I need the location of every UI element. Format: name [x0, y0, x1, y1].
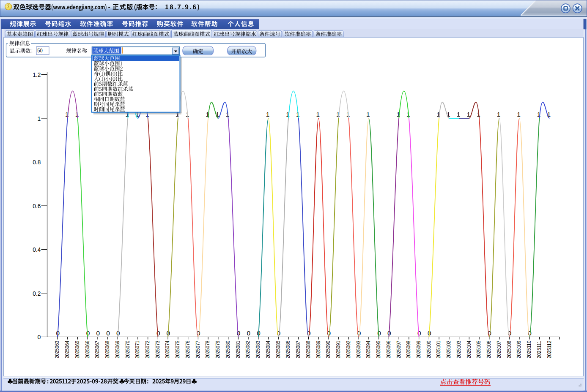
- svg-text:2025110: 2025110: [526, 341, 532, 359]
- svg-text:0.8: 0.8: [33, 159, 41, 166]
- svg-text:2025070: 2025070: [124, 341, 131, 359]
- svg-text:2025111: 2025111: [536, 341, 542, 359]
- svg-text:2025075: 2025075: [174, 341, 181, 359]
- svg-text:2025092: 2025092: [345, 341, 351, 359]
- svg-text:2025097: 2025097: [395, 341, 402, 359]
- svg-text:1: 1: [467, 111, 471, 118]
- svg-text:2025083: 2025083: [255, 341, 261, 359]
- svg-text:2025074: 2025074: [164, 340, 170, 358]
- svg-text:2025093: 2025093: [355, 341, 362, 359]
- svg-text:2025086: 2025086: [285, 341, 291, 359]
- svg-text:2025109: 2025109: [516, 341, 522, 359]
- svg-text:2025091: 2025091: [335, 341, 341, 359]
- svg-text:2025076: 2025076: [184, 341, 191, 359]
- svg-text:0: 0: [237, 329, 241, 337]
- svg-text:2025065: 2025065: [74, 341, 80, 359]
- svg-text:0: 0: [106, 329, 110, 337]
- svg-text:0.4: 0.4: [33, 246, 41, 253]
- svg-text:0: 0: [38, 334, 41, 340]
- svg-text:2025105: 2025105: [475, 341, 482, 359]
- svg-text:0: 0: [156, 329, 160, 337]
- svg-text:2025079: 2025079: [214, 341, 221, 359]
- svg-text:50: 50: [37, 47, 43, 54]
- svg-text:2025087: 2025087: [295, 341, 301, 359]
- svg-text:2025096: 2025096: [385, 341, 392, 359]
- svg-text:2025068: 2025068: [104, 341, 110, 359]
- svg-text:2025090: 2025090: [325, 341, 331, 359]
- svg-text:2025082: 2025082: [244, 341, 251, 359]
- svg-text:1: 1: [457, 111, 461, 118]
- svg-text:2025088: 2025088: [305, 341, 311, 359]
- svg-text:2025077: 2025077: [195, 341, 201, 359]
- svg-text:1.2: 1.2: [33, 71, 41, 78]
- svg-text:2025073: 2025073: [154, 341, 161, 359]
- svg-text:2025106: 2025106: [486, 341, 492, 359]
- svg-text:0.2: 0.2: [33, 290, 41, 297]
- svg-text:2025071: 2025071: [134, 341, 140, 359]
- svg-text:1: 1: [517, 111, 521, 118]
- svg-text:2025064: 2025064: [64, 340, 70, 358]
- svg-text:2025094: 2025094: [365, 340, 371, 358]
- svg-text:2025100: 2025100: [425, 341, 432, 359]
- svg-text:2025069: 2025069: [114, 341, 121, 359]
- svg-text:0.6: 0.6: [33, 203, 41, 210]
- svg-text:2025078: 2025078: [204, 341, 211, 359]
- svg-text:1: 1: [316, 111, 320, 118]
- svg-text:1: 1: [38, 115, 41, 122]
- svg-text:2025103: 2025103: [455, 341, 462, 359]
- svg-text:2025098: 2025098: [405, 341, 411, 359]
- svg-text:2025099: 2025099: [415, 341, 422, 359]
- svg-text:2025089: 2025089: [315, 341, 321, 359]
- svg-text:2025112: 2025112: [546, 341, 552, 359]
- svg-text:2025102: 2025102: [445, 341, 452, 359]
- svg-text:1: 1: [497, 111, 501, 118]
- svg-text:2025084: 2025084: [265, 340, 271, 358]
- svg-text:2025095: 2025095: [375, 341, 381, 359]
- svg-text:2025063: 2025063: [54, 341, 60, 359]
- svg-text:2025085: 2025085: [275, 341, 281, 359]
- svg-text:0: 0: [96, 329, 100, 337]
- svg-text:2025108: 2025108: [506, 341, 512, 359]
- svg-text:2025067: 2025067: [94, 341, 100, 359]
- svg-text:0: 0: [417, 329, 421, 337]
- svg-text:2025107: 2025107: [496, 341, 502, 359]
- svg-text:2025072: 2025072: [144, 341, 151, 359]
- svg-text:2025104: 2025104: [466, 340, 472, 358]
- svg-text:2025081: 2025081: [235, 341, 241, 359]
- svg-text:0: 0: [247, 329, 251, 337]
- svg-text:0: 0: [86, 329, 90, 337]
- svg-text:1: 1: [366, 111, 370, 118]
- svg-text:2025066: 2025066: [84, 341, 91, 359]
- svg-text:0: 0: [377, 329, 381, 337]
- svg-text:2025080: 2025080: [225, 341, 231, 359]
- svg-text:1: 1: [266, 111, 270, 118]
- svg-text:2025101: 2025101: [435, 341, 442, 359]
